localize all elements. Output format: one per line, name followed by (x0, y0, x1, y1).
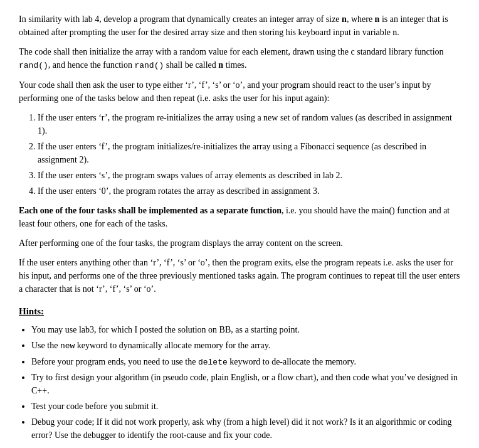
var-n-2: n (375, 14, 380, 24)
paragraph-display: After performing one of the four tasks, … (19, 237, 460, 250)
paragraph-1: In similarity with lab 4, develop a prog… (19, 13, 460, 39)
var-n-1: n (342, 14, 347, 24)
task-item-1: If the user enters ‘r’, the program re-i… (38, 111, 460, 137)
hints-heading: Hints: (19, 304, 460, 319)
bold-statement: Each one of the four tasks shall be impl… (19, 206, 282, 215)
task-list: If the user enters ‘r’, the program re-i… (38, 111, 460, 198)
rand-func-2: rand() (134, 61, 164, 70)
task-item-2: If the user enters ‘f’, the program init… (38, 140, 460, 166)
hint-item-4: Try to first design your algorithm (in p… (31, 371, 460, 397)
hint-item-3: Before your program ends, you need to us… (31, 355, 460, 369)
new-keyword: new (60, 341, 75, 351)
hint-item-6: Debug your code; If it did not work prop… (31, 415, 460, 442)
task-item-3: If the user enters ‘s’, the program swap… (38, 169, 460, 182)
paragraph-exit: If the user enters anything other than ‘… (19, 256, 460, 296)
var-n-3: n (218, 60, 223, 70)
task-item-4: If the user enters ‘0’, the program rota… (38, 184, 460, 198)
hint-item-5: Test your code before you submit it. (31, 400, 460, 413)
paragraph-2: The code shall then initialize the array… (19, 45, 460, 72)
content-area: In similarity with lab 4, develop a prog… (19, 13, 460, 448)
delete-keyword: delete (198, 358, 228, 367)
rand-func-1: rand() (19, 61, 48, 70)
paragraph-3: Your code shall then ask the user to typ… (19, 78, 460, 105)
hint-item-1: You may use lab3, for which I posted the… (31, 323, 460, 336)
paragraph-bold-tasks: Each one of the four tasks shall be impl… (19, 204, 460, 230)
hint-item-2: Use the new keyword to dynamically alloc… (31, 339, 460, 353)
hints-list: You may use lab3, for which I posted the… (31, 323, 460, 442)
